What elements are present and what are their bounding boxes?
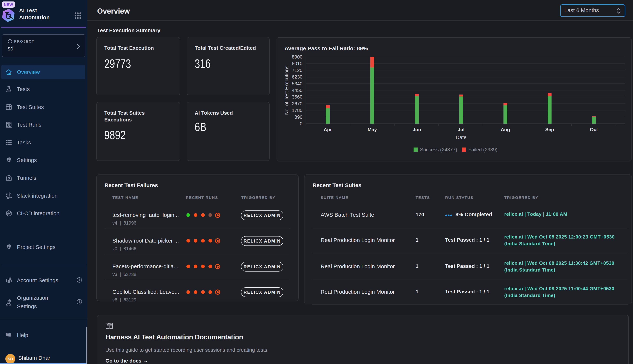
svg-text:No. of Test Executions: No. of Test Executions <box>284 66 289 115</box>
svg-text:5340: 5340 <box>292 81 302 86</box>
svg-text:Sep: Sep <box>545 127 554 132</box>
svg-text:May: May <box>368 127 377 132</box>
svg-text:Aug: Aug <box>501 127 510 132</box>
svg-text:Jul: Jul <box>458 127 465 132</box>
svg-text:4450: 4450 <box>292 88 302 93</box>
svg-text:7120: 7120 <box>292 68 302 73</box>
svg-text:Apr: Apr <box>324 127 332 132</box>
svg-text:6230: 6230 <box>292 74 302 80</box>
svg-text:3560: 3560 <box>292 94 302 100</box>
svg-text:Oct: Oct <box>590 127 598 132</box>
svg-text:?: ? <box>7 333 9 336</box>
svg-text:Date: Date <box>456 134 466 140</box>
svg-text:8010: 8010 <box>292 61 302 66</box>
svg-text:1780: 1780 <box>292 108 302 113</box>
svg-text:Failed (2939): Failed (2939) <box>468 147 497 152</box>
svg-text:0: 0 <box>300 121 302 126</box>
svg-text:2670: 2670 <box>292 101 302 106</box>
svg-text:8900: 8900 <box>292 54 302 60</box>
svg-text:Jun: Jun <box>413 127 421 132</box>
svg-text:Success (24377): Success (24377) <box>420 147 457 152</box>
svg-text:890: 890 <box>294 114 302 120</box>
